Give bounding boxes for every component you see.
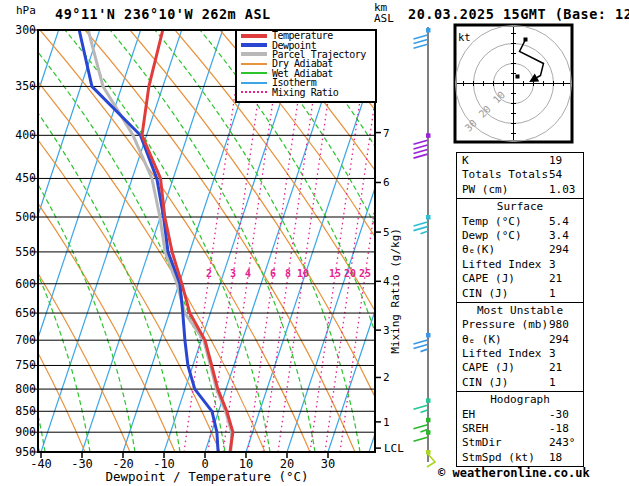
mixing-ratio-value-label: 3 (230, 268, 236, 279)
pressure-tick-label: 800 (15, 382, 36, 396)
wind-barb-feather (414, 140, 428, 144)
km-tick-label: 2 (383, 371, 390, 384)
mixing-ratio-value-label: 15 (329, 268, 341, 279)
pressure-axis-unit-label: hPa (16, 4, 36, 17)
mixing-ratio-value-label: 10 (297, 268, 309, 279)
panel-row: Totals Totals54 (457, 168, 583, 182)
panel-row-label: SREH (462, 422, 489, 435)
mixing-ratio-axis-label: Mixing Ratio (g/kg) (389, 228, 402, 354)
panel-row: SREH-18 (457, 422, 583, 436)
panel-row: Lifted Index3 (457, 258, 583, 272)
panel-row-label: StmDir (462, 436, 502, 449)
temperature-curve (142, 30, 233, 458)
pressure-tick-label: 400 (15, 128, 36, 142)
temp-tick-label: -30 (71, 457, 93, 471)
hodograph-trace-marker (516, 75, 520, 79)
panel-row-value: 3 (549, 258, 556, 271)
panel-row-value: 1 (549, 287, 556, 300)
panel-row: StmSpd (kt)18 (457, 451, 583, 465)
wind-barb-feather (414, 437, 428, 441)
km-tick-label: 1 (383, 416, 390, 429)
panel-row: K19 (457, 154, 583, 168)
mixing-ratio-value-label: 4 (245, 268, 251, 279)
panel-row-label: CAPE (J) (462, 361, 515, 374)
panel-header: Hodograph (457, 393, 583, 407)
panel-row-label: Pressure (mb) (462, 318, 548, 331)
panel-header: Surface (457, 200, 583, 214)
panel-row-value: 294 (549, 333, 569, 346)
wind-barb-marker (426, 418, 431, 423)
panel-row-label: StmSpd (kt) (462, 451, 535, 464)
panel-row-value: 1 (549, 376, 556, 389)
wind-barb-half-feather (421, 410, 428, 413)
wind-barb-half-feather (421, 231, 428, 234)
indices-panel: SurfaceTemp (°C)5.4Dewp (°C)3.4θₑ(K)294L… (456, 198, 584, 303)
wind-barb-feather (414, 227, 428, 231)
wind-barb-feather (414, 145, 428, 149)
panel-row-value: 18 (549, 451, 562, 464)
temp-axis-label: Dewpoint / Temperature (°C) (105, 469, 308, 484)
panel-row-label: Lifted Index (462, 347, 541, 360)
wind-barb-marker (426, 398, 431, 403)
wind-barb-feather (414, 35, 428, 39)
legend-item-label: Mixing Ratio (272, 87, 338, 98)
copyright-label: © weatheronline.co.uk (438, 466, 590, 480)
panel-row-label: CAPE (J) (462, 272, 515, 285)
legend-line-sample (241, 91, 267, 93)
panel-row-label: Totals Totals (462, 168, 548, 181)
legend-line-sample (241, 82, 267, 84)
indices-panel: K19Totals Totals54PW (cm)1.03 (456, 152, 584, 199)
panel-row-label: K (462, 154, 469, 167)
panel-row: θₑ (K)294 (457, 333, 583, 347)
legend-item: Mixing Ratio (237, 87, 375, 96)
mixing-ratio-value-label: 20 (344, 268, 356, 279)
hodograph-unit-label: kt (458, 31, 471, 43)
wind-barb-feather (414, 150, 428, 154)
pressure-tick-label: 300 (15, 23, 36, 37)
mixing-ratio-value-label: 8 (285, 268, 291, 279)
wind-barb-feather (414, 44, 428, 48)
hodograph-trace-marker (524, 38, 528, 42)
altitude-axis-unit-label: km ASL (374, 2, 394, 24)
panel-row-label: EH (462, 408, 475, 421)
pressure-tick-label: 550 (15, 245, 36, 259)
pressure-tick-label: 650 (15, 306, 36, 320)
panel-row: PW (cm)1.03 (457, 183, 583, 197)
wind-barb-feather (414, 40, 428, 44)
pressure-tick-label: 450 (15, 171, 36, 185)
panel-row: CAPE (J)21 (457, 361, 583, 375)
indices-tables: K19Totals Totals54PW (cm)1.03SurfaceTemp… (456, 152, 584, 467)
pressure-tick-label: 750 (15, 358, 36, 372)
panel-row-value: 19 (549, 154, 562, 167)
panel-row-value: 294 (549, 243, 569, 256)
wind-barb (426, 450, 435, 467)
panel-row: StmDir243° (457, 436, 583, 450)
wind-barb-feather (414, 425, 428, 429)
panel-row-label: PW (cm) (462, 183, 508, 196)
panel-row: Temp (°C)5.4 (457, 215, 583, 229)
panel-row: Dewp (°C)3.4 (457, 229, 583, 243)
pressure-tick-label: 900 (15, 425, 36, 439)
wind-barb-half-feather (421, 349, 428, 352)
panel-row-label: CIN (J) (462, 376, 508, 389)
indices-panel: Most UnstablePressure (mb)980θₑ (K)294Li… (456, 302, 584, 392)
datetime-label: 20.03.2025 15GMT (Base: 12) (408, 6, 629, 22)
wind-barb-marker (426, 133, 431, 138)
wind-barb-marker (426, 215, 431, 220)
wind-barb-feather (414, 222, 428, 226)
pressure-tick-label: 850 (15, 404, 36, 418)
panel-row-label: θₑ (K) (462, 333, 502, 346)
wind-barb-feather (414, 154, 428, 158)
panel-row-value: 1.03 (549, 183, 576, 196)
panel-row: Lifted Index3 (457, 347, 583, 361)
panel-row: CIN (J)1 (457, 287, 583, 301)
panel-row: EH-30 (457, 408, 583, 422)
pressure-tick-label: 500 (15, 210, 36, 224)
hodograph: 102030 (455, 25, 572, 142)
wind-barb-marker (426, 333, 431, 338)
wind-barb-feather (414, 340, 428, 344)
altitude-unit-asl: ASL (374, 13, 394, 24)
pressure-tick-label: 700 (15, 333, 36, 347)
panel-row-value: 21 (549, 272, 562, 285)
panel-row-value: 5.4 (549, 215, 569, 228)
